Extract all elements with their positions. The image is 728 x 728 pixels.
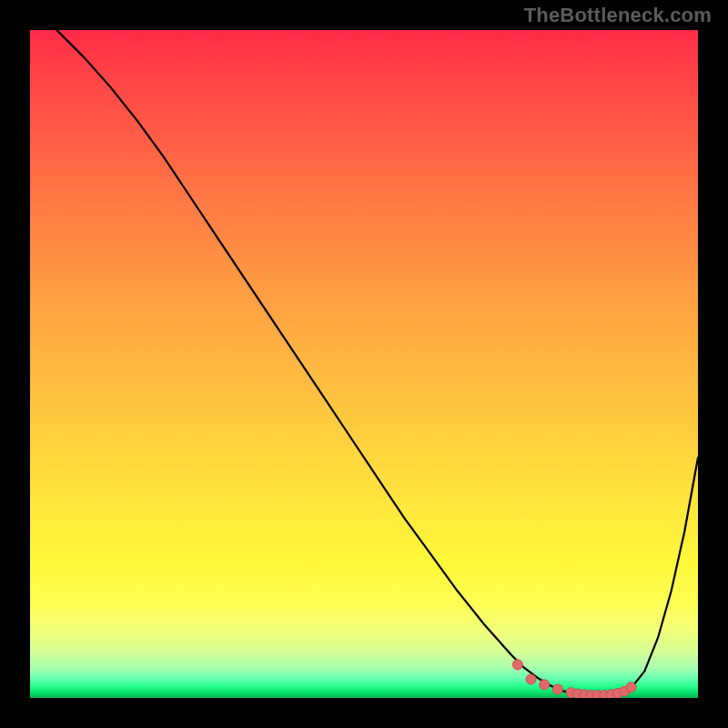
valley-dot (552, 684, 562, 694)
curve-line (56, 30, 698, 696)
valley-dot (512, 660, 522, 670)
watermark-text: TheBottleneck.com (524, 4, 712, 27)
bottleneck-curve (30, 30, 698, 698)
chart-frame: TheBottleneck.com (0, 0, 728, 728)
valley-dot (526, 674, 536, 684)
valley-dot (540, 680, 550, 690)
plot-area (30, 30, 698, 698)
valley-dot (626, 682, 636, 693)
valley-markers (512, 660, 636, 698)
